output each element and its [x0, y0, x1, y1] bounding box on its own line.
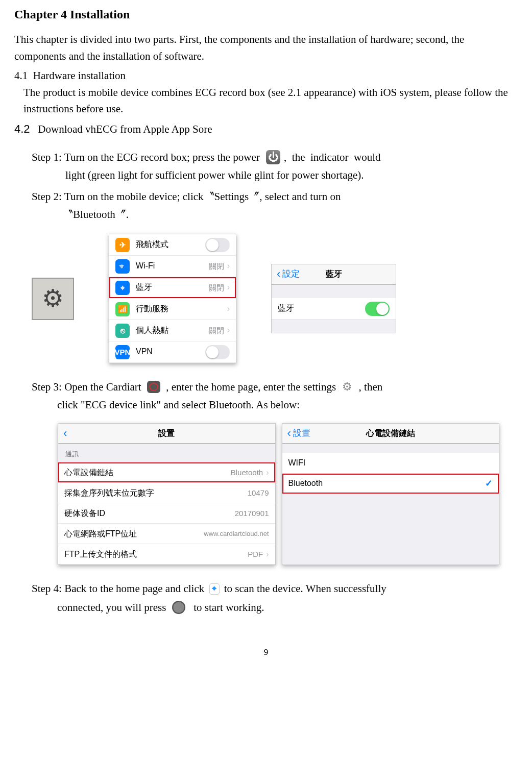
- app-settings-hwid-value: 20170901: [235, 507, 269, 519]
- ios-settings-hotspot[interactable]: ⎋ 個人熱點 關閉: [109, 320, 236, 341]
- step-1-sub: light (green light for sufficient power …: [32, 167, 518, 184]
- ios-settings-bluetooth-label: 藍牙: [136, 281, 209, 294]
- bt-back-button[interactable]: 設定: [272, 265, 305, 283]
- section-4-1: 4.1 Hardware installation The product is…: [14, 67, 518, 117]
- bt-row-label: 藍牙: [278, 302, 365, 315]
- app-settings-ftp-fmt[interactable]: FTP上传文件的格式 PDF: [58, 544, 275, 565]
- app-settings-section: 通訊: [58, 444, 275, 462]
- app-settings-ftp-url[interactable]: 心電網路或FTP位址 www.cardiartcloud.net: [58, 524, 275, 544]
- bt-toggle[interactable]: [365, 302, 390, 316]
- step-1: Step 1: Turn on the ECG record box; pres…: [32, 149, 518, 166]
- check-icon: ✓: [485, 477, 493, 491]
- step-3-screenshots: 設置 通訊 心電設備鏈結 Bluetooth 採集盒序列號末位元數字 10479…: [58, 423, 499, 565]
- step-3-text-b: , enter the home page, enter the setting…: [163, 379, 338, 396]
- bt-toggle-row[interactable]: 藍牙: [272, 298, 396, 320]
- step-3-sub: click "ECG device link" and select Bluet…: [32, 397, 518, 413]
- ios-settings-wifi[interactable]: ᯤ Wi-Fi 關閉: [109, 256, 236, 277]
- ios-settings-airplane-label: 飛航模式: [136, 238, 205, 251]
- step-2-sub: 〝Bluetooth〞.: [32, 206, 518, 223]
- ios-settings-bluetooth-value: 關閉: [209, 282, 224, 293]
- step-3-text-a: Step 3: Open the Cardiart: [32, 379, 144, 396]
- app-settings-ecg-link-value: Bluetooth: [231, 467, 263, 478]
- step-4-sub-a: connected, you will press: [57, 599, 169, 616]
- app-link-bluetooth-label: Bluetooth: [288, 477, 486, 490]
- step-4-sub-b: to start working.: [188, 599, 264, 616]
- app-settings-ftp-fmt-label: FTP上传文件的格式: [64, 548, 248, 561]
- app-link-back-label: 設置: [293, 427, 310, 440]
- app-link-panel: 設置 心電設備鏈結 WIFI Bluetooth ✓: [282, 423, 500, 565]
- ios-settings-airplane[interactable]: ✈ 飛航模式: [109, 234, 236, 256]
- app-link-wifi-label: WIFI: [288, 457, 493, 470]
- app-settings-ftp-url-label: 心電網路或FTP位址: [64, 528, 204, 541]
- app-settings-ecg-link[interactable]: 心電設備鏈結 Bluetooth: [58, 462, 275, 483]
- cellular-icon: 📶: [115, 302, 130, 316]
- app-settings-serial[interactable]: 採集盒序列號末位元數字 10479: [58, 483, 275, 503]
- ios-settings-panel: ✈ 飛航模式 ᯤ Wi-Fi 關閉 ⌖ 藍牙 關閉 📶 行動服務 ⎋ 個人熱點 …: [109, 234, 236, 363]
- sec-42-title: Download vhECG from Apple App Sore: [38, 123, 212, 135]
- step-4-text-a: Step 4: Back to the home page and click: [32, 580, 207, 597]
- step-2-text: Step 2: Turn on the mobile device; click…: [32, 188, 341, 205]
- sec-42-num: 4.2: [14, 122, 30, 135]
- bt-back-label: 設定: [282, 267, 300, 281]
- bluetooth-icon: ⌖: [115, 281, 130, 295]
- ios-settings-vpn-label: VPN: [136, 346, 205, 358]
- app-settings-title: 設置: [158, 427, 175, 440]
- app-settings-hwid[interactable]: 硬体设备ID 20170901: [58, 503, 275, 524]
- bt-navbar: 設定 藍牙: [272, 264, 396, 285]
- app-link-wifi[interactable]: WIFI: [282, 453, 499, 474]
- chapter-title: Chapter 4 Installation: [14, 5, 518, 24]
- chevron-left-icon: [277, 265, 281, 283]
- chevron-right-icon: [227, 324, 230, 337]
- app-settings-ftp-url-value: www.cardiartcloud.net: [204, 529, 269, 539]
- ios-settings-wifi-value: 關閉: [209, 260, 224, 272]
- step-3: Step 3: Open the Cardiart , enter the ho…: [32, 379, 518, 396]
- chevron-left-icon: [63, 425, 68, 442]
- hotspot-icon: ⎋: [115, 324, 130, 338]
- airplane-toggle[interactable]: [205, 238, 230, 252]
- record-icon: [172, 601, 185, 614]
- step-4: Step 4: Back to the home page and click …: [32, 580, 518, 597]
- vpn-icon: VPN: [115, 345, 130, 359]
- app-settings-ftp-fmt-value: PDF: [248, 548, 263, 560]
- vpn-toggle[interactable]: [205, 345, 230, 359]
- ios-settings-cellular-label: 行動服務: [136, 303, 227, 315]
- step-1-text-b: , the indicator would: [284, 149, 381, 166]
- chevron-left-icon: [287, 425, 292, 442]
- app-link-bluetooth[interactable]: Bluetooth ✓: [282, 474, 499, 494]
- ios-settings-hotspot-label: 個人熱點: [136, 324, 209, 337]
- intro-text: This chapter is divided into two parts. …: [14, 31, 518, 64]
- wifi-icon: ᯤ: [115, 259, 130, 274]
- app-settings-ecg-link-label: 心電設備鏈結: [64, 467, 231, 479]
- app-link-title: 心電設備鏈結: [366, 427, 415, 440]
- sec-41-title: Hardware installation: [33, 69, 126, 82]
- power-icon: ⏻: [266, 150, 280, 164]
- step-4-sub: connected, you will press to start worki…: [32, 599, 518, 616]
- step-4-text-b: to scan the device. When successfully: [222, 580, 386, 597]
- chevron-right-icon: [227, 260, 230, 273]
- ios-settings-wifi-label: Wi-Fi: [136, 260, 209, 273]
- app-settings-back[interactable]: [58, 425, 73, 442]
- cardiart-app-icon: [147, 381, 160, 393]
- chevron-right-icon: [266, 467, 269, 479]
- ios-settings-vpn[interactable]: VPN VPN: [109, 341, 236, 363]
- app-settings-serial-value: 10479: [248, 487, 269, 499]
- ios-settings-bluetooth[interactable]: ⌖ 藍牙 關閉: [109, 277, 236, 299]
- settings-app-icon: ⚙: [32, 278, 74, 320]
- ios-settings-cellular[interactable]: 📶 行動服務: [109, 299, 236, 320]
- app-settings-hwid-label: 硬体设备ID: [64, 507, 235, 520]
- section-4-2: 4.2 Download vhECG from Apple App Sore: [14, 120, 518, 138]
- sec-41-num: 4.1: [14, 69, 28, 82]
- app-settings-navbar: 設置: [58, 424, 275, 444]
- chevron-right-icon: [266, 548, 269, 561]
- bluetooth-scan-icon: ⌖: [209, 583, 220, 595]
- sec-41-body: The product is mobile device combines EC…: [14, 84, 518, 117]
- app-link-back[interactable]: 設置: [282, 425, 316, 442]
- step-2-screenshots: ⚙ ✈ 飛航模式 ᯤ Wi-Fi 關閉 ⌖ 藍牙 關閉 📶 行動服務 ⎋ 個人熱…: [32, 234, 518, 363]
- airplane-icon: ✈: [115, 238, 130, 252]
- chevron-right-icon: [227, 281, 230, 294]
- step-3-text-c: , then: [356, 379, 382, 396]
- step-1-text-a: Step 1: Turn on the ECG record box; pres…: [32, 149, 262, 166]
- chevron-right-icon: [227, 303, 230, 315]
- app-settings-serial-label: 採集盒序列號末位元數字: [64, 487, 248, 500]
- ios-bluetooth-panel: 設定 藍牙 藍牙: [271, 264, 396, 333]
